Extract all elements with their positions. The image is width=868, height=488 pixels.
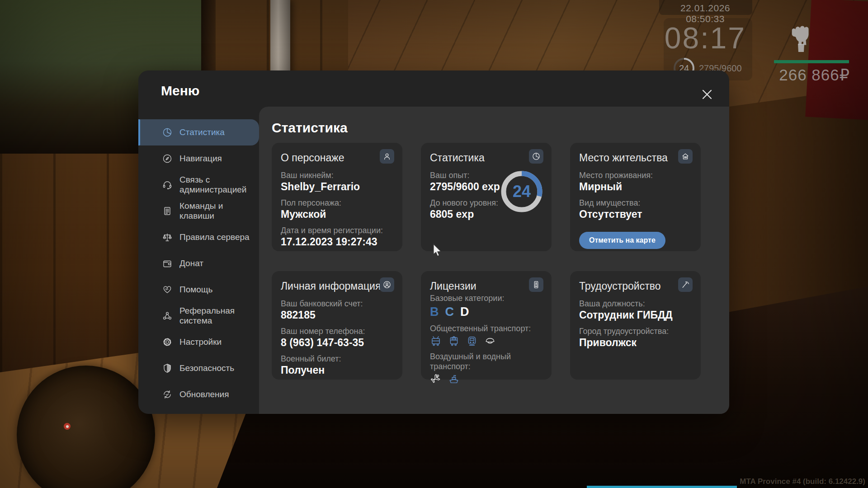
field-label: Ваш никнейм: xyxy=(281,170,393,180)
sidebar-item-label: Статистика xyxy=(179,127,225,137)
page-title: Статистика xyxy=(272,120,348,136)
menu-window: Меню Статистика Навига xyxy=(138,70,729,414)
field-value: Отсутствует xyxy=(579,208,692,221)
menu-title: Меню xyxy=(161,83,199,99)
sidebar-item-navigation[interactable]: Навигация xyxy=(138,145,259,172)
sidebar-item-label: Реферальная система xyxy=(179,306,257,326)
card-title: Статистика xyxy=(430,152,542,164)
active-accent-bar xyxy=(138,119,140,145)
field-label: Вид имущества: xyxy=(579,198,692,208)
plane-icon xyxy=(430,373,442,385)
train-icon xyxy=(466,335,478,347)
card-title: Трудоустройство xyxy=(579,280,692,292)
card-statistics: Статистика Ваш опыт: 2795/9600 exp До но… xyxy=(421,143,552,251)
card-about-character: О персонаже Ваш никнейм: Shelby_Ferrario… xyxy=(272,143,402,251)
sidebar-item-statistics[interactable]: Статистика xyxy=(138,119,259,145)
sidebar-item-label: Донат xyxy=(179,258,203,268)
field-value: Мужской xyxy=(281,208,393,221)
close-icon xyxy=(700,88,714,101)
licenses-section-label: Базовые категории: xyxy=(430,293,542,303)
shield-icon xyxy=(162,363,173,374)
field-value: 8 (963) 147-63-35 xyxy=(281,336,393,349)
field-value: Мирный xyxy=(579,180,692,193)
license-category-b: B xyxy=(430,305,439,319)
field-value: Получен xyxy=(281,364,393,376)
document-icon xyxy=(162,206,173,216)
money-counter: 266 866₽ xyxy=(737,66,850,84)
user-icon xyxy=(380,149,394,164)
license-category-d: D xyxy=(460,305,469,319)
wallet-icon xyxy=(162,258,173,269)
fist-icon xyxy=(788,22,813,54)
sidebar-item-updates[interactable]: Обновления xyxy=(138,381,259,408)
field-label: Дата и время регистрации: xyxy=(281,225,393,235)
sidebar-item-help[interactable]: Помощь xyxy=(138,277,259,303)
field-label: Место проживания: xyxy=(579,170,692,180)
refresh-icon xyxy=(162,389,173,400)
sidebar-item-admin-contact[interactable]: Связь с администрацией xyxy=(138,172,259,198)
sidebar-item-donate[interactable]: Донат xyxy=(138,250,259,277)
field-value: Shelby_Ferrario xyxy=(281,180,393,193)
gear-icon xyxy=(162,337,173,347)
card-employment: Трудоустройство Ваша должность: Сотрудни… xyxy=(570,271,701,380)
field-value: 17.12.2023 19:27:43 xyxy=(281,235,393,248)
card-title: Место жительства xyxy=(579,152,692,164)
handshake-icon xyxy=(162,284,173,295)
sidebar-item-label: Помощь xyxy=(179,285,212,295)
download-progress-bar xyxy=(587,486,737,488)
field-label: Пол персонажа: xyxy=(281,198,393,208)
sidebar-item-referral[interactable]: Реферальная система xyxy=(138,303,259,329)
driver-cap-icon xyxy=(484,335,496,347)
ship-icon xyxy=(448,373,460,385)
house-icon xyxy=(678,149,693,164)
licenses-section-label: Общественный транспорт: xyxy=(430,324,542,333)
close-button[interactable] xyxy=(700,88,714,101)
sidebar-item-commands-keys[interactable]: Команды и клавиши xyxy=(138,198,259,224)
card-title: О персонаже xyxy=(281,152,393,164)
sidebar-item-server-rules[interactable]: Правила сервера xyxy=(138,224,259,250)
card-title: Лицензии xyxy=(430,280,542,292)
headset-icon xyxy=(162,179,173,190)
exp-progress-ring: 24 xyxy=(498,168,545,215)
content-panel: Статистика О персонаже Ваш никнейм: Shel… xyxy=(259,107,729,414)
field-label: Ваш банковский счет: xyxy=(281,299,393,309)
field-label: Военный билет: xyxy=(281,354,393,364)
field-value: 6805 exp xyxy=(430,208,505,221)
sidebar-item-label: Связь с администрацией xyxy=(179,175,257,195)
card-residence: Место жительства Место проживания: Мирны… xyxy=(570,143,701,251)
network-icon xyxy=(162,310,173,321)
trolleybus-icon xyxy=(430,335,442,347)
user-circle-icon xyxy=(380,277,394,292)
field-label: Город трудоустройства: xyxy=(579,326,692,336)
mark-on-map-button[interactable]: Отметить на карте xyxy=(579,232,665,249)
field-label: Ваш номер телефона: xyxy=(281,326,393,336)
scales-icon xyxy=(162,232,173,243)
minimap-player-marker xyxy=(64,423,71,430)
sidebar-item-label: Команды и клавиши xyxy=(179,201,257,221)
sidebar-item-label: Обновления xyxy=(179,389,229,399)
field-label: Ваш опыт: xyxy=(430,170,505,180)
sidebar: Статистика Навигация Связь с xyxy=(138,119,259,408)
public-transport-row xyxy=(430,335,542,347)
pie-chart-icon xyxy=(162,127,173,138)
game-screen: 22.01.2026 08:50:33 08:17 24 2795/9600 2… xyxy=(0,0,868,488)
sidebar-item-label: Настройки xyxy=(179,337,222,347)
sidebar-item-security[interactable]: Безопасность xyxy=(138,355,259,381)
id-card-icon xyxy=(529,277,543,292)
air-water-transport-row xyxy=(430,373,542,385)
sidebar-item-label: Навигация xyxy=(179,154,222,164)
pie-chart-icon xyxy=(529,149,543,164)
pickaxe-icon xyxy=(678,277,693,292)
sidebar-item-label: Правила сервера xyxy=(179,232,250,242)
field-value: 882185 xyxy=(281,309,393,321)
field-value: 2795/9600 exp xyxy=(430,180,505,193)
build-version-label: MTA Province #4 (build: 6.12422.9) xyxy=(740,477,865,486)
health-bar xyxy=(774,60,849,63)
card-title: Личная информация xyxy=(281,280,393,292)
card-personal-info: Личная информация Ваш банковский счет: 8… xyxy=(272,271,402,380)
hud-clock: 08:17 xyxy=(633,21,746,55)
field-value: Приволжск xyxy=(579,336,692,349)
license-category-c: C xyxy=(445,305,454,319)
basic-categories-row: B C D xyxy=(430,305,542,319)
sidebar-item-settings[interactable]: Настройки xyxy=(138,329,259,355)
